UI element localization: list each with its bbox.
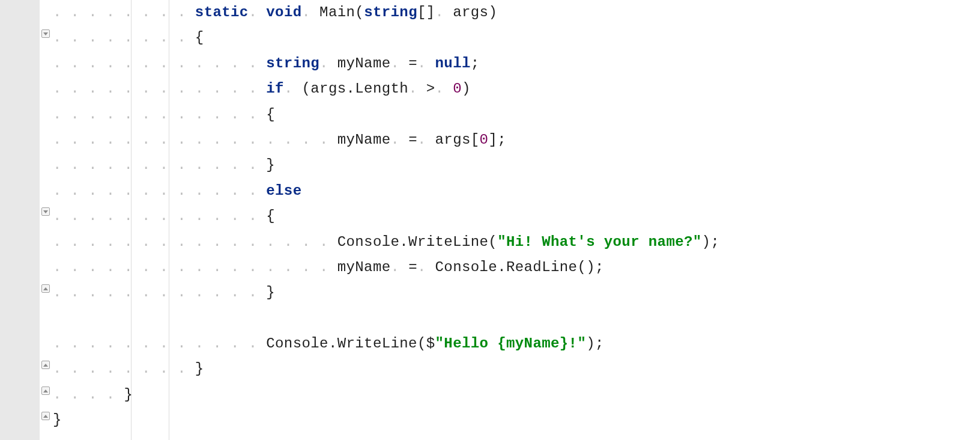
parameter: args) xyxy=(453,4,497,20)
code-line[interactable]: . . . . . . . . . . . . { xyxy=(53,102,980,127)
code-line[interactable]: . . . . . . . . { xyxy=(53,25,980,50)
code-line[interactable]: . . . . . . . . . . . . Console.WriteLin… xyxy=(53,331,980,356)
close-brace: } xyxy=(53,412,62,428)
code-area[interactable]: . . . . . . . . static. void. Main(strin… xyxy=(53,0,980,440)
code-line[interactable]: . . . . . . . . . . . . . . . . myName. … xyxy=(53,255,980,280)
code-line[interactable]: . . . . . . . . static. void. Main(strin… xyxy=(53,0,980,25)
close-brace: } xyxy=(124,387,133,403)
keyword-null: null xyxy=(435,55,471,72)
keyword-string: string xyxy=(266,55,319,72)
whitespace-dots: . . . . . . . . xyxy=(53,4,195,20)
keyword-void: void xyxy=(266,4,301,20)
fold-toggle-icon[interactable] xyxy=(41,29,50,38)
code-line[interactable]: . . . . . . . . . . . . string. myName. … xyxy=(53,51,980,76)
code-line[interactable]: . . . . . . . . } xyxy=(53,356,980,382)
open-brace: { xyxy=(195,29,204,46)
variable: myName xyxy=(337,55,391,72)
close-brace: } xyxy=(266,157,275,173)
variable: myName xyxy=(337,132,391,148)
code-line[interactable] xyxy=(53,306,980,331)
code-line[interactable]: . . . . . . . . . . . . if. (args.Length… xyxy=(53,76,980,102)
method-call: Console.WriteLine( xyxy=(337,234,497,250)
number-literal: 0 xyxy=(453,81,462,97)
code-line[interactable]: . . . . . . . . . . . . } xyxy=(53,153,980,178)
gutter xyxy=(0,0,40,440)
code-line[interactable]: . . . . . . . . . . . . . . . . Console.… xyxy=(53,230,980,255)
code-line[interactable]: . . . . } xyxy=(53,382,980,408)
string-literal: "Hi! What's your name?" xyxy=(497,234,701,250)
fold-toggle-icon[interactable] xyxy=(41,207,50,216)
method-name: Main( xyxy=(319,4,364,20)
keyword-string: string xyxy=(364,4,417,20)
code-line[interactable]: . . . . . . . . . . . . } xyxy=(53,280,980,305)
fold-end-icon[interactable] xyxy=(41,284,50,293)
code-line[interactable]: . . . . . . . . . . . . { xyxy=(53,204,980,229)
code-line[interactable]: } xyxy=(53,408,980,433)
variable: myName xyxy=(337,259,391,275)
interpolated-var: myName xyxy=(506,335,560,352)
method-call: Console.ReadLine(); xyxy=(435,259,604,275)
code-line[interactable]: . . . . . . . . . . . . . . . . myName. … xyxy=(53,127,980,153)
open-brace: { xyxy=(266,208,275,224)
number-literal: 0 xyxy=(480,132,489,148)
open-brace: { xyxy=(266,106,275,123)
close-brace: } xyxy=(195,361,204,377)
string-literal: Hello xyxy=(444,335,497,352)
fold-end-icon[interactable] xyxy=(41,361,50,369)
keyword-else: else xyxy=(266,183,301,199)
keyword-if: if xyxy=(266,81,284,97)
fold-end-icon[interactable] xyxy=(41,387,50,395)
close-brace: } xyxy=(266,284,275,301)
keyword-static: static xyxy=(195,4,249,20)
code-line[interactable]: . . . . . . . . . . . . else xyxy=(53,179,980,204)
fold-margin xyxy=(40,0,53,440)
code-editor: . . . . . . . . static. void. Main(strin… xyxy=(0,0,980,440)
method-call: Console.WriteLine($ xyxy=(266,335,435,352)
fold-end-icon[interactable] xyxy=(41,412,50,420)
